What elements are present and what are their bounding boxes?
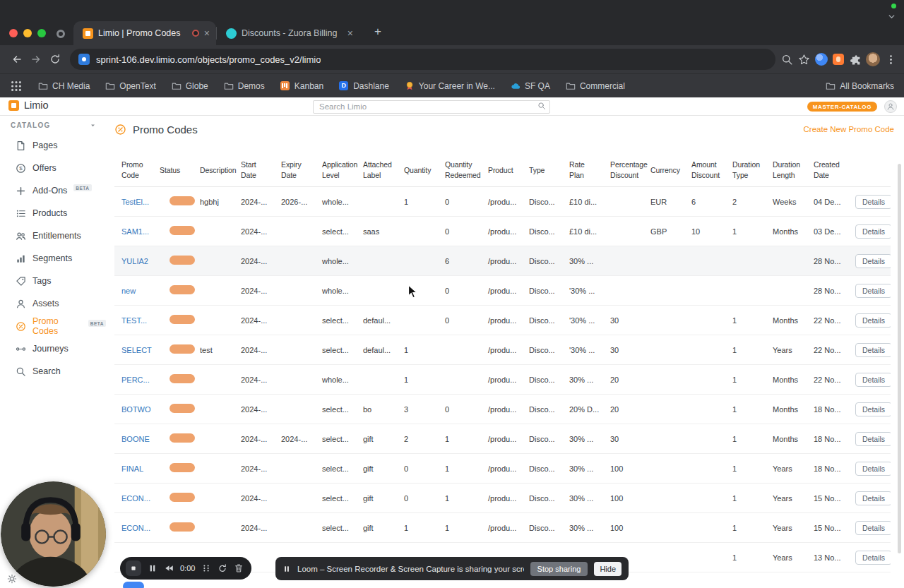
hide-button[interactable]: Hide	[594, 562, 622, 576]
maximize-window-button[interactable]	[37, 29, 46, 37]
back-button[interactable]	[7, 50, 26, 69]
cell-expiry: 2024-...	[277, 424, 318, 454]
sidebar-item-journeys[interactable]: Journeys	[0, 337, 106, 360]
details-button[interactable]: Details	[855, 521, 891, 535]
details-button[interactable]: Details	[855, 254, 891, 268]
details-button[interactable]: Details	[855, 462, 891, 476]
promo-code-link[interactable]: ECON...	[121, 524, 150, 532]
address-bar[interactable]: sprint-106.dev.limio.com/objects/promo_c…	[70, 49, 775, 70]
webcam-bubble[interactable]	[1, 481, 106, 587]
bookmark-commercial[interactable]: Commercial	[566, 81, 625, 91]
scrollbar[interactable]	[898, 164, 901, 553]
sidebar-item-entitlements[interactable]: Entitlements	[0, 224, 106, 247]
promo-code-link[interactable]: PERC...	[121, 376, 150, 384]
cell-type: Disco...	[525, 306, 565, 335]
promo-code-link[interactable]: TEST...	[121, 316, 147, 325]
bookmark-dashlane[interactable]: DDashlane	[339, 81, 389, 91]
sidebar-item-add-ons[interactable]: Add-OnsBETA	[0, 179, 106, 202]
details-button[interactable]: Details	[855, 551, 891, 565]
cell-redeemed: 0	[441, 217, 484, 246]
tab-limio-promo-codes[interactable]: Limio | Promo Codes ×	[73, 21, 216, 45]
sidebar-item-promo-codes[interactable]: Promo CodesBETA	[0, 315, 106, 337]
user-avatar[interactable]	[884, 100, 897, 113]
create-new-promo-code-button[interactable]: Create New Promo Code	[802, 122, 896, 136]
sidebar-item-pages[interactable]: Pages	[0, 134, 106, 157]
rewind-icon[interactable]	[164, 563, 174, 573]
bookmark-ch-media[interactable]: CH Media	[38, 81, 90, 91]
promo-code-link[interactable]: FINAL	[121, 464, 143, 473]
cell-code: YULIA2	[114, 246, 155, 276]
details-button[interactable]: Details	[855, 195, 891, 209]
promo-code-link[interactable]: SELECT	[121, 346, 152, 354]
apps-grid-icon[interactable]	[10, 80, 23, 92]
catalog-section-header[interactable]: CATALOG	[0, 116, 106, 134]
cell-dtype: 1	[728, 395, 768, 424]
browser-menu-icon[interactable]	[885, 54, 897, 66]
sidebar-item-offers[interactable]: $Offers	[0, 157, 106, 179]
details-button[interactable]: Details	[855, 284, 891, 298]
minimize-window-button[interactable]	[23, 29, 32, 37]
browser-profile-avatar[interactable]	[866, 52, 880, 66]
cell-created: 28 No...	[809, 246, 851, 276]
promo-code-link[interactable]: BOTWO	[121, 405, 151, 414]
sidebar-item-tags[interactable]: Tags	[0, 270, 106, 292]
bookmark-globe[interactable]: Globe	[172, 81, 208, 91]
stop-sharing-button[interactable]: Stop sharing	[530, 562, 588, 576]
details-button[interactable]: Details	[855, 491, 891, 505]
close-tab-icon[interactable]: ×	[204, 28, 210, 38]
bookmark-sf-qa[interactable]: SF QA	[511, 81, 550, 91]
gear-icon[interactable]	[7, 574, 17, 584]
extension-icon-blue[interactable]	[815, 53, 828, 66]
zoom-icon[interactable]	[781, 54, 793, 66]
tab-search-chevron-icon[interactable]	[887, 12, 896, 21]
site-info-icon[interactable]	[78, 54, 90, 65]
details-button[interactable]: Details	[855, 373, 891, 387]
bookmark-your-career-in-we[interactable]: Your Career in We...	[405, 81, 495, 91]
promo-code-link[interactable]: YULIA2	[121, 257, 148, 265]
trash-icon[interactable]	[234, 563, 244, 573]
sidebar-item-label: Entitlements	[32, 231, 81, 241]
extension-icon-orange[interactable]	[833, 54, 844, 65]
zuora-favicon-icon	[226, 28, 237, 39]
promo-code-link[interactable]: BOONE	[121, 435, 150, 443]
cell-type: Disco...	[525, 217, 565, 246]
details-button[interactable]: Details	[855, 313, 891, 328]
extensions-puzzle-icon[interactable]	[849, 54, 861, 66]
sidebar-item-assets[interactable]: Assets	[0, 292, 106, 315]
cell-created: 04 De...	[809, 187, 851, 217]
new-tab-button[interactable]: +	[369, 23, 386, 40]
bookmark-kanban[interactable]: Kanban	[280, 81, 323, 91]
sidebar-item-products[interactable]: Products	[0, 202, 106, 224]
promo-code-chip[interactable]	[123, 582, 144, 588]
cell-start: 2024-...	[237, 187, 277, 217]
promo-code-link[interactable]: new	[121, 287, 136, 295]
cell-level: select...	[318, 454, 359, 484]
details-button[interactable]: Details	[855, 343, 891, 357]
bookmark-star-icon[interactable]	[798, 54, 810, 66]
bookmark-opentext[interactable]: OpenText	[105, 81, 155, 91]
restart-icon[interactable]	[218, 563, 227, 573]
cell-currency	[646, 424, 687, 454]
sidebar-item-segments[interactable]: Segments	[0, 247, 106, 270]
all-bookmarks-button[interactable]: All Bookmarks	[826, 81, 894, 91]
drag-handle-icon[interactable]	[201, 563, 211, 573]
close-tab-icon[interactable]: ×	[347, 28, 353, 38]
refresh-button[interactable]	[45, 50, 64, 69]
details-button[interactable]: Details	[855, 224, 891, 239]
pause-icon[interactable]	[148, 563, 157, 573]
search-input[interactable]	[313, 100, 550, 114]
sidebar-item-search[interactable]: Search	[0, 360, 106, 383]
tab-discounts-zuora[interactable]: Discounts - Zuora Billing ×	[217, 21, 359, 45]
close-window-button[interactable]	[9, 29, 18, 37]
limio-brand[interactable]: Limio	[8, 100, 49, 111]
loom-stop-button[interactable]	[126, 560, 141, 576]
bookmark-demos[interactable]: Demos	[224, 81, 265, 91]
cell-qty	[400, 306, 441, 335]
details-button[interactable]: Details	[855, 432, 891, 446]
forward-button[interactable]	[26, 50, 45, 69]
promo-code-link[interactable]: SAM1...	[121, 227, 149, 236]
promo-code-link[interactable]: TestEl...	[121, 198, 149, 206]
cell-product: /produ...	[484, 454, 525, 484]
promo-code-link[interactable]: ECON...	[121, 494, 150, 503]
details-button[interactable]: Details	[855, 402, 891, 416]
